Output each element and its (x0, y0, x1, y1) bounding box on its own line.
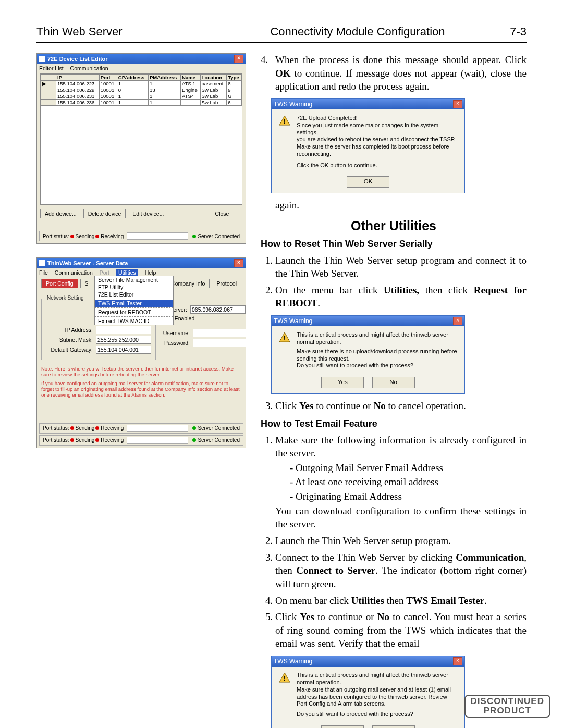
header-rule (36, 42, 527, 43)
dropdown-item[interactable]: 72E List Editor (95, 291, 173, 298)
password-field[interactable] (193, 339, 248, 347)
port-status-label: Port status: (43, 425, 69, 431)
header-right: 7-3 (495, 25, 527, 39)
list-item: Click Yes to continue or No to cancel. Y… (275, 610, 527, 650)
ok-button[interactable]: OK (347, 176, 389, 188)
warning-icon: ! (278, 672, 291, 684)
port-status-bar: Port status: Sending Receiving Server Co… (39, 423, 243, 434)
gateway-field[interactable] (96, 346, 151, 354)
dialog-message: 72E Upload Completed! Since you just mad… (297, 115, 458, 169)
tab-port-config[interactable]: Port Config (41, 279, 78, 288)
dropdown-separator (95, 299, 173, 299)
connected-icon (192, 438, 196, 442)
list-item: Launch the Thin Web Server setup program… (275, 534, 527, 548)
col-ip[interactable]: IP (56, 75, 100, 81)
dialog-message: This is a critical process and might aff… (297, 331, 458, 369)
sending-label: Sending (76, 437, 95, 443)
yes-button[interactable]: Yes (321, 725, 364, 728)
note-text-2: If you have configured an outgoing mail … (41, 381, 241, 398)
sub-item: - Outgoing Mail Server Email Address (290, 461, 527, 475)
sending-icon (70, 235, 74, 238)
list-item: Connect to the Thin Web Server by clicki… (275, 551, 527, 591)
utilities-dropdown[interactable]: Server File Management FTP Utility 72E L… (94, 276, 174, 325)
fieldset-legend: Network Setting (45, 295, 86, 301)
sending-label: Sending (76, 233, 95, 239)
port-status-label: Port status: (43, 437, 69, 443)
dropdown-item[interactable]: Request for REBOOT (95, 309, 173, 316)
close-icon[interactable]: × (453, 317, 462, 325)
close-icon[interactable]: × (453, 657, 462, 665)
port-status-label: Port status: (43, 233, 69, 239)
sending-icon (70, 438, 74, 442)
col-port[interactable]: Port (99, 75, 117, 81)
connected-icon (192, 426, 196, 430)
server-data-title: ThinWeb Server - Server Data (47, 260, 234, 266)
dialog-title: TWS Warning (274, 317, 453, 325)
menu-communication[interactable]: Communication (55, 269, 93, 276)
menu-file[interactable]: File (39, 269, 48, 276)
edit-device-button[interactable]: Edit device... (128, 209, 168, 218)
dropdown-item[interactable]: Extract TWS MAC ID (95, 317, 173, 325)
connected-icon (192, 235, 196, 238)
no-button[interactable]: No (372, 377, 415, 388)
close-icon[interactable]: × (453, 100, 462, 108)
no-button[interactable]: No (372, 725, 415, 728)
menu-communication[interactable]: Communication (70, 65, 108, 71)
menu-help[interactable]: Help (145, 269, 156, 276)
delete-device-button[interactable]: Delete device (83, 209, 126, 218)
table-row[interactable]: 155.104.006.2331000111ATS4Sw LabG (41, 93, 242, 100)
subsection-heading: How to Test Email Feature (261, 417, 527, 430)
server-field[interactable] (190, 305, 246, 314)
col-cp[interactable]: CPAddress (117, 75, 148, 81)
subnet-field[interactable] (96, 336, 151, 344)
menu-utilities[interactable]: Utilities (116, 269, 138, 276)
receiving-icon (95, 438, 99, 442)
ip-field[interactable] (96, 326, 151, 334)
list-item: Launch the Thin Web Server setup program… (275, 254, 527, 280)
table-row[interactable]: 155.104.006.22910001033EngineSw Lab9 (41, 87, 242, 93)
port-status-bar-dup: Port status: Sending Receiving Server Co… (39, 435, 243, 446)
device-editor-titlebar[interactable]: 72E Device List Editor × (37, 54, 246, 64)
add-device-button[interactable]: Add device... (40, 209, 81, 218)
close-icon[interactable]: × (234, 55, 243, 63)
device-grid[interactable]: IP Port CPAddress PMAddress Name Locatio… (40, 73, 242, 205)
col-type[interactable]: Type (227, 75, 242, 81)
connected-label: Server Connected (198, 437, 240, 443)
dropdown-separator (95, 316, 173, 317)
col-name[interactable]: Name (181, 75, 201, 81)
body-text: When the process is done this message sh… (275, 53, 527, 93)
table-row[interactable]: ▶155.104.006.2231000111ATS 1basement8 (41, 81, 242, 87)
warning-icon: ! (278, 115, 291, 127)
svg-text:!: ! (284, 334, 286, 342)
server-data-titlebar[interactable]: ThinWeb Server - Server Data × (37, 258, 246, 268)
menu-port[interactable]: Port (100, 269, 109, 276)
tws-warning-dialog-3: TWS Warning× ! This is a critical proces… (271, 656, 465, 728)
device-editor-menubar: Editor List Communication (37, 64, 246, 72)
device-editor-window: 72E Device List Editor × Editor List Com… (36, 53, 246, 244)
col-loc[interactable]: Location (200, 75, 227, 81)
close-icon[interactable]: × (234, 259, 243, 267)
header-mid: Connectivity Module Configuration (220, 25, 495, 39)
header-left: Thin Web Server (36, 25, 220, 39)
page-header: Thin Web Server Connectivity Module Conf… (36, 25, 527, 39)
sub-item: - Originating Email Address (290, 490, 527, 503)
tab-protocol[interactable]: Protocol (212, 279, 241, 288)
dialog-title: TWS Warning (274, 657, 453, 665)
list-item: Click Yes to continue or No to cancel op… (275, 399, 527, 413)
dropdown-separator (95, 307, 173, 308)
receiving-icon (95, 426, 99, 430)
dropdown-item-highlight[interactable]: TWS Email Tester (95, 300, 173, 307)
yes-button[interactable]: Yes (321, 377, 364, 388)
col-pm[interactable]: PMAddress (149, 75, 181, 81)
close-button[interactable]: Close (202, 209, 242, 218)
svg-text:!: ! (284, 674, 286, 682)
dropdown-item[interactable]: Server File Management (95, 276, 173, 283)
table-row[interactable]: 155.104.006.2361000111Sw Lab6 (41, 100, 242, 106)
dropdown-item[interactable]: FTP Utility (95, 283, 173, 291)
tws-warning-dialog-1: TWS Warning× ! 72E Upload Completed! Sin… (271, 98, 465, 193)
tab-s[interactable]: S (80, 279, 93, 288)
username-field[interactable] (193, 329, 248, 337)
menu-editor-list[interactable]: Editor List (39, 65, 64, 71)
receiving-label: Receiving (101, 437, 124, 443)
password-label: Password: (161, 340, 190, 346)
